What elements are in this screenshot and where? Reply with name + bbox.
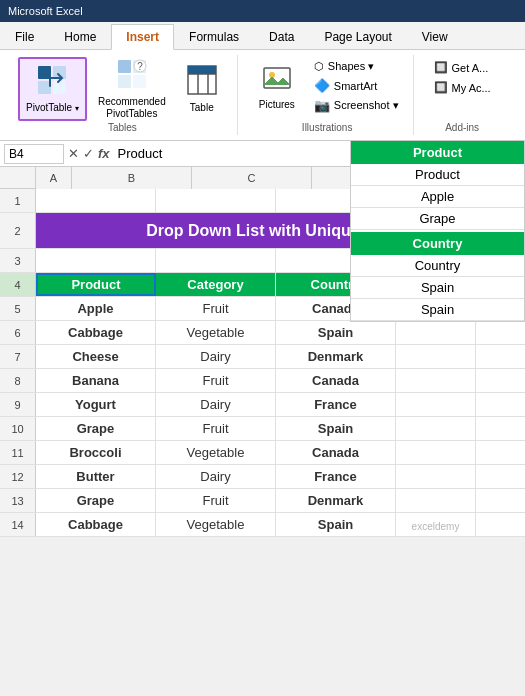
cell-d14[interactable]: Spain <box>276 513 396 536</box>
row-num-4: 4 <box>0 273 36 296</box>
smartart-button[interactable]: 🔷 SmartArt <box>310 77 403 94</box>
cell-d13[interactable]: Denmark <box>276 489 396 512</box>
side-country-row-1[interactable]: Country <box>351 255 524 277</box>
cell-e8[interactable] <box>396 369 476 392</box>
table-row: 13 Grape Fruit Denmark <box>0 489 525 513</box>
cell-d6[interactable]: Spain <box>276 321 396 344</box>
tab-formulas[interactable]: Formulas <box>174 23 254 49</box>
recommended-pivot-button[interactable]: ? RecommendedPivotTables <box>91 57 173 121</box>
row-num-2: 2 <box>0 213 36 248</box>
cell-c4[interactable]: Category <box>156 273 276 296</box>
cell-b4[interactable]: Product <box>36 273 156 296</box>
cancel-formula-icon[interactable]: ✕ <box>68 146 79 161</box>
cell-e12[interactable] <box>396 465 476 488</box>
side-product-row-1[interactable]: Product <box>351 164 524 186</box>
shapes-button[interactable]: ⬡ Shapes ▾ <box>310 59 403 74</box>
cell-b12[interactable]: Butter <box>36 465 156 488</box>
col-header-c[interactable]: C <box>192 167 312 189</box>
cell-c8[interactable]: Fruit <box>156 369 276 392</box>
cell-b11[interactable]: Broccoli <box>36 441 156 464</box>
pivot-table-button[interactable]: PivotTable ▾ <box>18 57 87 121</box>
table-row: 9 Yogurt Dairy France <box>0 393 525 417</box>
svg-text:?: ? <box>137 61 143 72</box>
cell-d10[interactable]: Spain <box>276 417 396 440</box>
cell-b3[interactable] <box>36 249 156 272</box>
table-row: 11 Broccoli Vegetable Canada <box>0 441 525 465</box>
cell-e6[interactable] <box>396 321 476 344</box>
cell-b5[interactable]: Apple <box>36 297 156 320</box>
col-header-a[interactable]: A <box>36 167 72 189</box>
side-product-header: Product <box>351 141 524 164</box>
cell-d7[interactable]: Denmark <box>276 345 396 368</box>
cell-b9[interactable]: Yogurt <box>36 393 156 416</box>
table-icon <box>186 64 218 100</box>
screenshot-button[interactable]: 📷 Screenshot ▾ <box>310 97 403 114</box>
tab-insert[interactable]: Insert <box>111 24 174 50</box>
tab-page-layout[interactable]: Page Layout <box>309 23 406 49</box>
tab-file[interactable]: File <box>0 23 49 49</box>
cell-d11[interactable]: Canada <box>276 441 396 464</box>
table-row: 6 Cabbage Vegetable Spain <box>0 321 525 345</box>
cell-b14[interactable]: Cabbage <box>36 513 156 536</box>
row-num-10: 10 <box>0 417 36 440</box>
cell-e7[interactable] <box>396 345 476 368</box>
side-product-row-2[interactable]: Apple <box>351 186 524 208</box>
cell-e11[interactable] <box>396 441 476 464</box>
ribbon-group-addins: 🔲 Get A... 🔲 My Ac... Add-ins <box>418 55 507 135</box>
cell-b8[interactable]: Banana <box>36 369 156 392</box>
cell-c7[interactable]: Dairy <box>156 345 276 368</box>
cell-b13[interactable]: Grape <box>36 489 156 512</box>
cell-b7[interactable]: Cheese <box>36 345 156 368</box>
tables-buttons: PivotTable ▾ ? Recommended <box>18 55 227 122</box>
formula-icons: ✕ ✓ fx <box>68 146 110 161</box>
cell-c14[interactable]: Vegetable <box>156 513 276 536</box>
cell-b6[interactable]: Cabbage <box>36 321 156 344</box>
row-num-7: 7 <box>0 345 36 368</box>
side-product-row-3[interactable]: Grape <box>351 208 524 230</box>
pivot-table-label: PivotTable ▾ <box>26 102 79 114</box>
title-bar: Microsoft Excel <box>0 0 525 22</box>
table-row: 8 Banana Fruit Canada <box>0 369 525 393</box>
screenshot-icon: 📷 <box>314 98 330 113</box>
cell-c10[interactable]: Fruit <box>156 417 276 440</box>
cell-c3[interactable] <box>156 249 276 272</box>
side-country-row-2[interactable]: Spain <box>351 277 524 299</box>
pictures-button[interactable]: Pictures <box>252 55 302 119</box>
cell-b1[interactable] <box>36 189 156 212</box>
cell-c12[interactable]: Dairy <box>156 465 276 488</box>
table-row: 10 Grape Fruit Spain <box>0 417 525 441</box>
cell-e9[interactable] <box>396 393 476 416</box>
cell-c1[interactable] <box>156 189 276 212</box>
cell-e14[interactable]: exceldemy <box>396 513 476 536</box>
row-num-11: 11 <box>0 441 36 464</box>
tab-view[interactable]: View <box>407 23 463 49</box>
confirm-formula-icon[interactable]: ✓ <box>83 146 94 161</box>
get-addins-button[interactable]: 🔲 Get A... <box>428 59 497 76</box>
cell-c11[interactable]: Vegetable <box>156 441 276 464</box>
cell-d9[interactable]: France <box>276 393 396 416</box>
tab-data[interactable]: Data <box>254 23 309 49</box>
recommended-pivot-icon: ? <box>116 58 148 94</box>
my-addins-label: My Ac... <box>452 82 491 94</box>
smartart-label: SmartArt <box>334 80 377 92</box>
cell-e10[interactable] <box>396 417 476 440</box>
cell-c6[interactable]: Vegetable <box>156 321 276 344</box>
table-button[interactable]: Table <box>177 57 227 121</box>
side-country-row-3[interactable]: Spain <box>351 299 524 321</box>
cell-d8[interactable]: Canada <box>276 369 396 392</box>
cell-b10[interactable]: Grape <box>36 417 156 440</box>
ribbon-content: PivotTable ▾ ? Recommended <box>0 50 525 140</box>
row-num-5: 5 <box>0 297 36 320</box>
cell-d12[interactable]: France <box>276 465 396 488</box>
cell-c5[interactable]: Fruit <box>156 297 276 320</box>
col-header-b[interactable]: B <box>72 167 192 189</box>
cell-c13[interactable]: Fruit <box>156 489 276 512</box>
tab-home[interactable]: Home <box>49 23 111 49</box>
cell-reference-box[interactable] <box>4 144 64 164</box>
cell-e13[interactable] <box>396 489 476 512</box>
insert-function-icon[interactable]: fx <box>98 146 110 161</box>
cell-c9[interactable]: Dairy <box>156 393 276 416</box>
my-addins-button[interactable]: 🔲 My Ac... <box>428 79 497 96</box>
table-row: 14 Cabbage Vegetable Spain exceldemy <box>0 513 525 537</box>
row-num-13: 13 <box>0 489 36 512</box>
